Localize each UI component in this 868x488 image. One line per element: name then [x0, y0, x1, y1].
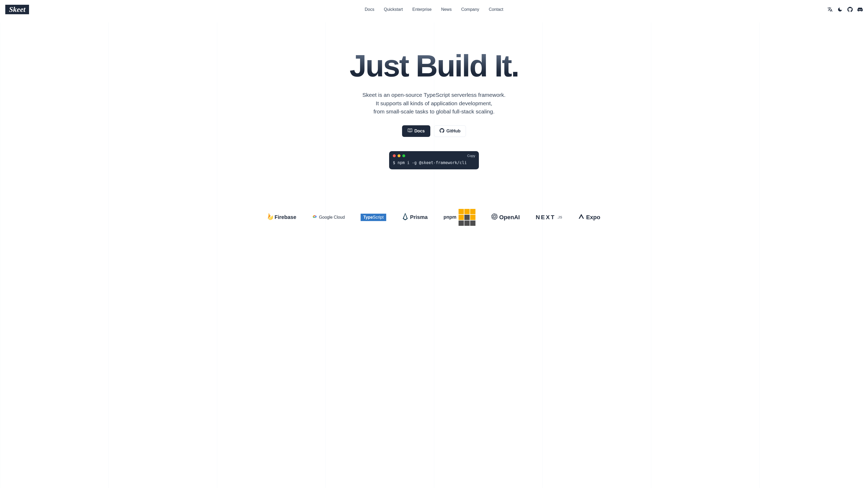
expo-label: Expo — [586, 214, 600, 221]
nextjs-prefix: NEXT — [536, 214, 555, 221]
nav-enterprise[interactable]: Enterprise — [412, 7, 432, 12]
terminal-command: $ npm i -g @skeet-framework/cli — [389, 159, 479, 169]
typescript-suffix: Script — [373, 215, 383, 220]
openai-icon — [491, 214, 498, 221]
pnpm-logo: pnpm — [443, 209, 475, 226]
google-cloud-logo: Google Cloud — [312, 214, 345, 221]
header-icons — [827, 7, 863, 12]
nav-contact[interactable]: Contact — [489, 7, 503, 12]
nextjs-logo: NEXT.JS — [536, 214, 562, 221]
docs-button-label: Docs — [414, 129, 425, 133]
openai-label: OpenAI — [499, 214, 520, 221]
expo-logo: Expo — [578, 214, 600, 221]
subtitle-line-2: It supports all kinds of application dev… — [363, 99, 505, 108]
google-cloud-label: Google Cloud — [319, 215, 345, 220]
terminal-window: Copy $ npm i -g @skeet-framework/cli — [389, 151, 479, 169]
prisma-label: Prisma — [410, 214, 428, 220]
minimize-dot-icon — [398, 154, 401, 157]
dark-mode-icon[interactable] — [837, 7, 843, 12]
language-icon[interactable] — [827, 7, 833, 12]
book-icon — [408, 128, 412, 134]
openai-logo: OpenAI — [491, 214, 520, 221]
github-icon[interactable] — [847, 7, 853, 12]
google-cloud-icon — [312, 214, 317, 221]
main-nav: Docs Quickstart Enterprise News Company … — [365, 7, 503, 12]
firebase-label: Firebase — [275, 214, 296, 220]
site-header: Skeet Docs Quickstart Enterprise News Co… — [0, 0, 868, 19]
nav-news[interactable]: News — [441, 7, 452, 12]
nav-company[interactable]: Company — [461, 7, 479, 12]
copy-button[interactable]: Copy — [467, 154, 475, 158]
subtitle-line-3: from small-scale tasks to global full-st… — [363, 107, 505, 116]
close-dot-icon — [393, 154, 396, 157]
typescript-logo: TypeScript — [361, 214, 386, 221]
nextjs-suffix: .JS — [557, 216, 562, 219]
hero-title: Just Build It. — [349, 51, 519, 81]
maximize-dot-icon — [402, 154, 405, 157]
cta-row: Docs GitHub — [402, 125, 466, 137]
prisma-logo: Prisma — [402, 213, 428, 222]
logo[interactable]: Skeet — [5, 5, 29, 14]
window-controls — [393, 154, 405, 157]
subtitle-line-1: Skeet is an open-source TypeScript serve… — [363, 91, 505, 99]
discord-icon[interactable] — [858, 7, 863, 12]
nav-docs[interactable]: Docs — [365, 7, 374, 12]
pnpm-label: pnpm — [443, 215, 457, 220]
github-button[interactable]: GitHub — [434, 125, 466, 137]
docs-button[interactable]: Docs — [402, 125, 430, 137]
typescript-prefix: Type — [363, 215, 373, 220]
github-button-label: GitHub — [446, 129, 460, 133]
tech-logos-row: Firebase Google Cloud TypeScript Prisma … — [257, 209, 611, 226]
firebase-icon — [268, 213, 273, 221]
terminal-header: Copy — [389, 151, 479, 159]
hero-section: Just Build It. Skeet is an open-source T… — [0, 19, 868, 226]
hero-subtitle: Skeet is an open-source TypeScript serve… — [363, 91, 505, 116]
pnpm-icon — [459, 209, 475, 226]
expo-icon — [578, 214, 585, 221]
github-icon — [439, 128, 444, 134]
nav-quickstart[interactable]: Quickstart — [384, 7, 403, 12]
prisma-icon — [402, 213, 408, 222]
firebase-logo: Firebase — [268, 213, 296, 221]
